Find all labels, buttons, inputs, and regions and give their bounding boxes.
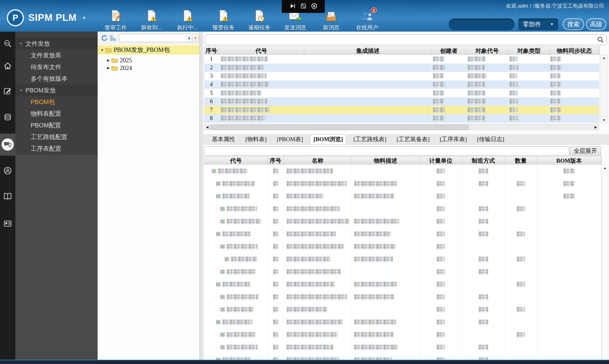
chevron-down-icon[interactable]: ▼ bbox=[82, 16, 86, 20]
table-row[interactable] bbox=[204, 203, 601, 215]
table-row[interactable]: 6 bbox=[204, 97, 599, 106]
column-header[interactable]: 代号 bbox=[204, 157, 268, 165]
resize-window-icon[interactable] bbox=[301, 3, 306, 10]
table-row[interactable] bbox=[204, 228, 601, 240]
column-header[interactable]: 数量 bbox=[505, 157, 537, 165]
table-row[interactable] bbox=[204, 303, 601, 316]
tab-工艺路线表[interactable]: [工艺路线表] bbox=[350, 134, 390, 144]
tab-物料表[interactable]: [物料表] bbox=[242, 134, 270, 144]
sidebar-item[interactable]: ▼PBOM发放 bbox=[15, 84, 98, 96]
sidebar-item[interactable]: 工艺路线配置 bbox=[15, 131, 98, 143]
tree-node-child[interactable]: ▶ 2024 bbox=[98, 63, 200, 73]
column-header[interactable]: 集成描述 bbox=[304, 47, 432, 55]
scroll-right-icon[interactable]: ▶ bbox=[593, 125, 599, 129]
table-row[interactable] bbox=[204, 265, 601, 278]
column-header[interactable]: 名称 bbox=[284, 157, 352, 165]
toolbar-item-online-users[interactable]: 2在线用户 bbox=[353, 9, 381, 31]
scroll-up-icon[interactable]: ▲ bbox=[602, 166, 608, 170]
search-category-dropdown[interactable]: 零部件 ▼ bbox=[518, 18, 558, 30]
column-header[interactable]: 序号 bbox=[268, 157, 284, 165]
table-row[interactable]: 1 bbox=[204, 55, 599, 64]
table-row[interactable] bbox=[204, 328, 601, 341]
toolbar-item-approval-doc[interactable]: 签审工作 bbox=[102, 9, 130, 31]
column-header[interactable]: BOM版本 bbox=[537, 157, 601, 165]
close-icon[interactable] bbox=[311, 3, 317, 10]
column-header[interactable]: 代号 bbox=[219, 47, 304, 55]
sidebar-item[interactable]: 待发布文件 bbox=[15, 61, 98, 73]
tab-传输日志[interactable]: [传输日志] bbox=[474, 134, 507, 144]
table-row[interactable] bbox=[204, 316, 601, 328]
table-row[interactable]: 7 bbox=[204, 106, 599, 114]
toolbar-item-doc-clock[interactable]: 逾期任务 bbox=[246, 9, 273, 31]
column-header[interactable]: 序号 bbox=[204, 47, 219, 55]
scrollbar-thumb[interactable] bbox=[210, 125, 468, 130]
support-person-icon[interactable] bbox=[0, 164, 15, 177]
table-row[interactable]: 4 bbox=[204, 80, 599, 89]
table-row[interactable] bbox=[204, 278, 601, 291]
table-row[interactable]: 3 bbox=[204, 72, 599, 80]
scroll-up-icon[interactable]: ▲ bbox=[601, 56, 607, 60]
tab-工艺装备表[interactable]: [工艺装备表] bbox=[394, 134, 433, 144]
column-header[interactable]: 对象代号 bbox=[466, 47, 508, 55]
sidebar-item[interactable]: 工序表配置 bbox=[15, 143, 98, 154]
column-header[interactable]: 计量单位 bbox=[420, 157, 462, 165]
package-search-input[interactable] bbox=[205, 34, 607, 45]
table-row[interactable] bbox=[204, 341, 601, 354]
sidebar-item[interactable]: ▼文件发放 bbox=[15, 38, 98, 49]
sidebar-item[interactable]: 文件发放库 bbox=[15, 49, 98, 61]
column-header[interactable]: 创建者 bbox=[432, 47, 466, 55]
column-header[interactable]: 物料描述 bbox=[352, 157, 420, 165]
advanced-search-button[interactable]: 高级 bbox=[586, 18, 606, 30]
search-icon[interactable] bbox=[597, 36, 604, 43]
horizontal-scrollbar[interactable]: ◀ ▶ bbox=[204, 124, 599, 130]
sidebar-item[interactable]: PBOM包 bbox=[15, 96, 98, 108]
table-row[interactable] bbox=[204, 215, 601, 228]
vertical-scrollbar[interactable]: ▲ ▼ bbox=[600, 55, 608, 123]
collapse-arrow-icon[interactable] bbox=[290, 3, 296, 10]
database-icon[interactable] bbox=[0, 111, 15, 124]
expand-collapse-icon[interactable]: ▶ bbox=[106, 58, 111, 62]
tab-BOM浏览[interactable]: [BOM浏览] bbox=[310, 134, 346, 144]
tree-structure-icon[interactable] bbox=[110, 35, 116, 41]
table-row[interactable] bbox=[204, 291, 601, 303]
table-row[interactable] bbox=[204, 354, 601, 360]
edit-icon[interactable] bbox=[0, 84, 15, 98]
sidebar-item[interactable]: PBOM配置 bbox=[15, 119, 98, 131]
column-header[interactable]: 物料同步状态 bbox=[550, 47, 599, 55]
table-row[interactable] bbox=[204, 190, 601, 203]
quick-search-input[interactable] bbox=[449, 18, 514, 30]
expand-collapse-icon[interactable]: ▶ bbox=[106, 66, 111, 70]
column-header[interactable]: 对象类型 bbox=[508, 47, 550, 55]
table-row[interactable] bbox=[204, 253, 601, 265]
home-icon[interactable] bbox=[0, 59, 15, 73]
find-next-icon[interactable] bbox=[186, 35, 192, 41]
toolbar-item-doc-warning[interactable]: 新收到... bbox=[138, 9, 165, 31]
scroll-left-icon[interactable]: ◀ bbox=[204, 125, 210, 129]
search-button[interactable]: 搜索 bbox=[563, 18, 584, 30]
toolbar-item-doc-warning[interactable]: 预警任务 bbox=[210, 9, 237, 31]
sidebar-item[interactable]: 物料表配置 bbox=[15, 108, 98, 119]
expand-collapse-icon[interactable]: ▼ bbox=[100, 48, 104, 52]
tree-node-root[interactable]: ▼ PBOM发放_PBOM包 bbox=[98, 45, 200, 55]
chat-icon[interactable] bbox=[2, 138, 14, 151]
scroll-down-icon[interactable]: ▼ bbox=[601, 118, 607, 122]
tab-PBOM表[interactable]: [PBOM表] bbox=[274, 134, 306, 144]
id-card-icon[interactable] bbox=[0, 217, 15, 230]
vertical-scrollbar[interactable]: ▲ bbox=[602, 165, 608, 360]
toolbar-item-doc-warning[interactable]: 执行中... bbox=[174, 9, 201, 31]
book-icon[interactable] bbox=[0, 190, 15, 203]
panel-divider[interactable] bbox=[200, 32, 203, 360]
sidebar-item[interactable]: 多个有效版本 bbox=[15, 73, 98, 84]
sipm-search-icon[interactable]: SIPM bbox=[0, 37, 15, 51]
table-row[interactable] bbox=[204, 240, 601, 253]
expand-all-button[interactable]: 全层展开 bbox=[570, 146, 601, 156]
tab-基本属性[interactable]: 基本属性 bbox=[209, 134, 238, 144]
app-logo[interactable]: P SIPM PLM ▼ bbox=[7, 9, 86, 26]
table-row[interactable]: 2 bbox=[204, 64, 599, 72]
table-row[interactable] bbox=[204, 177, 601, 190]
refresh-icon[interactable] bbox=[101, 34, 108, 42]
find-previous-icon[interactable] bbox=[192, 35, 199, 41]
table-row[interactable]: 5 bbox=[204, 89, 599, 97]
table-row[interactable] bbox=[204, 165, 601, 177]
column-header[interactable]: 制造方式 bbox=[462, 157, 505, 165]
